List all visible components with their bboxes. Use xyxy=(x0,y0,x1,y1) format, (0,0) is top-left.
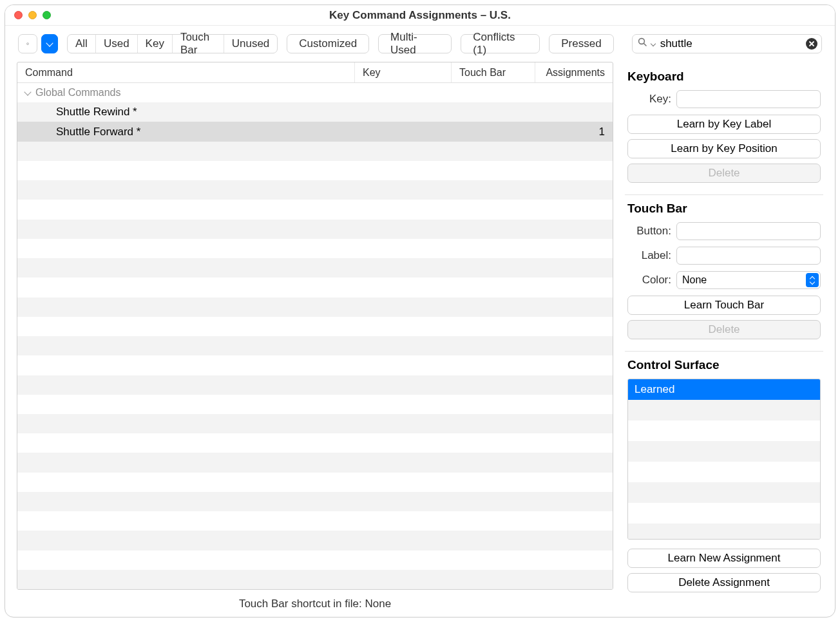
table-row-empty xyxy=(17,317,613,336)
cell-assign: 1 xyxy=(535,126,613,138)
list-item-empty xyxy=(628,462,820,482)
filter-conflicts[interactable]: Conflicts (1) xyxy=(461,34,540,53)
inspector-sidebar: Keyboard Key: Learn by Key Label Learn b… xyxy=(625,62,823,610)
filter-multi-used[interactable]: Multi-Used xyxy=(378,34,452,53)
table-row-empty xyxy=(17,180,613,200)
list-item-empty xyxy=(628,482,820,503)
key-label: Key: xyxy=(627,93,671,106)
list-item-empty xyxy=(628,420,820,441)
window: Key Command Assignments – U.S. All Used … xyxy=(5,5,835,617)
table-row-empty xyxy=(17,278,613,297)
table-row-empty xyxy=(17,355,613,375)
list-item-empty xyxy=(628,441,820,462)
traffic-lights xyxy=(5,11,51,19)
header-touchbar[interactable]: Touch Bar xyxy=(452,62,535,82)
search-scope-dropdown[interactable] xyxy=(651,37,656,50)
command-table-wrap: Command Key Touch Bar Assignments Global… xyxy=(17,62,613,610)
zoom-button[interactable] xyxy=(43,11,51,19)
touchbar-section: Touch Bar Button: Label: Color: None Le xyxy=(625,194,823,351)
button-label: Button: xyxy=(627,225,671,238)
footer-status: Touch Bar shortcut in file: None xyxy=(17,590,613,610)
table-row-empty xyxy=(17,375,613,395)
table-row-empty xyxy=(17,453,613,472)
color-value: None xyxy=(682,274,707,286)
touchbar-delete-button: Delete xyxy=(627,320,821,339)
list-item-empty xyxy=(628,523,820,540)
delete-assignment-button[interactable]: Delete Assignment xyxy=(627,573,821,592)
control-surface-section: Control Surface Learned Learn New Assign… xyxy=(625,351,823,610)
command-table: Command Key Touch Bar Assignments Global… xyxy=(17,62,613,590)
table-row-empty xyxy=(17,336,613,355)
filter-segments: All Used Key Touch Bar Unused xyxy=(67,34,278,53)
filter-unused[interactable]: Unused xyxy=(224,35,278,53)
group-row[interactable]: Global Commands xyxy=(17,83,613,102)
table-row-empty xyxy=(17,414,613,433)
table-row-empty xyxy=(17,220,613,239)
cell-command: Shuttle Forward * xyxy=(17,126,355,138)
learn-new-assignment-button[interactable]: Learn New Assignment xyxy=(627,549,821,568)
table-row-empty xyxy=(17,297,613,317)
assignments-listbox[interactable]: Learned xyxy=(627,379,821,540)
filter-touchbar[interactable]: Touch Bar xyxy=(173,35,224,53)
preset-dropdown[interactable] xyxy=(41,34,58,53)
table-row-empty xyxy=(17,433,613,453)
table-row-empty xyxy=(17,142,613,161)
key-input[interactable] xyxy=(676,90,821,108)
table-row-empty xyxy=(17,200,613,219)
cell-command: Shuttle Rewind * xyxy=(17,106,355,118)
learn-by-key-label-button[interactable]: Learn by Key Label xyxy=(627,115,821,134)
color-label: Color: xyxy=(627,274,671,287)
content-area: Command Key Touch Bar Assignments Global… xyxy=(5,62,835,617)
close-button[interactable] xyxy=(14,11,23,19)
table-row-empty xyxy=(17,239,613,258)
list-item-empty xyxy=(628,503,820,523)
header-assignments[interactable]: Assignments xyxy=(535,62,613,82)
table-row-empty xyxy=(17,492,613,511)
table-row-empty xyxy=(17,395,613,414)
label-label: Label: xyxy=(627,249,671,262)
search-icon xyxy=(638,37,647,50)
keyboard-title: Keyboard xyxy=(627,70,821,84)
table-row[interactable]: Shuttle Rewind * xyxy=(17,102,613,122)
header-command[interactable]: Command xyxy=(17,62,355,82)
search-field[interactable] xyxy=(632,34,822,53)
search-input[interactable] xyxy=(660,37,802,50)
header-key[interactable]: Key xyxy=(355,62,452,82)
table-header: Command Key Touch Bar Assignments xyxy=(17,62,613,83)
list-item[interactable]: Learned xyxy=(628,379,820,400)
list-item-empty xyxy=(628,400,820,420)
table-row-empty xyxy=(17,570,613,589)
group-label: Global Commands xyxy=(35,87,121,99)
keyboard-section: Keyboard Key: Learn by Key Label Learn b… xyxy=(625,63,823,194)
table-row-empty xyxy=(17,511,613,531)
touchbar-title: Touch Bar xyxy=(627,202,821,216)
select-arrows-icon xyxy=(806,273,819,287)
svg-line-5 xyxy=(644,44,646,46)
disclosure-triangle-icon[interactable] xyxy=(23,87,35,99)
learn-touchbar-button[interactable]: Learn Touch Bar xyxy=(627,296,821,315)
table-row-empty xyxy=(17,551,613,570)
filter-used[interactable]: Used xyxy=(96,35,138,53)
learn-by-key-position-button[interactable]: Learn by Key Position xyxy=(627,139,821,158)
filter-all[interactable]: All xyxy=(68,35,96,53)
table-body[interactable]: Global Commands Shuttle Rewind * Shuttle… xyxy=(17,83,613,589)
touchbar-button-input[interactable] xyxy=(676,222,821,240)
table-row-empty xyxy=(17,161,613,180)
touchbar-color-select[interactable]: None xyxy=(676,271,821,289)
minimize-button[interactable] xyxy=(28,11,37,19)
table-row-empty xyxy=(17,531,613,550)
filter-customized[interactable]: Customized xyxy=(287,34,369,53)
toolbar: All Used Key Touch Bar Unused Customized… xyxy=(5,26,835,62)
options-button[interactable] xyxy=(18,34,37,53)
table-row-empty xyxy=(17,473,613,492)
touchbar-label-input[interactable] xyxy=(676,247,821,265)
filter-pressed[interactable]: Pressed xyxy=(549,34,613,53)
titlebar: Key Command Assignments – U.S. xyxy=(5,5,835,26)
table-row-empty xyxy=(17,258,613,278)
table-row[interactable]: Shuttle Forward * 1 xyxy=(17,122,613,141)
clear-search-button[interactable] xyxy=(806,38,817,50)
filter-key[interactable]: Key xyxy=(138,35,173,53)
control-surface-title: Control Surface xyxy=(627,358,821,372)
window-title: Key Command Assignments – U.S. xyxy=(5,9,835,22)
keyboard-delete-button: Delete xyxy=(627,164,821,183)
